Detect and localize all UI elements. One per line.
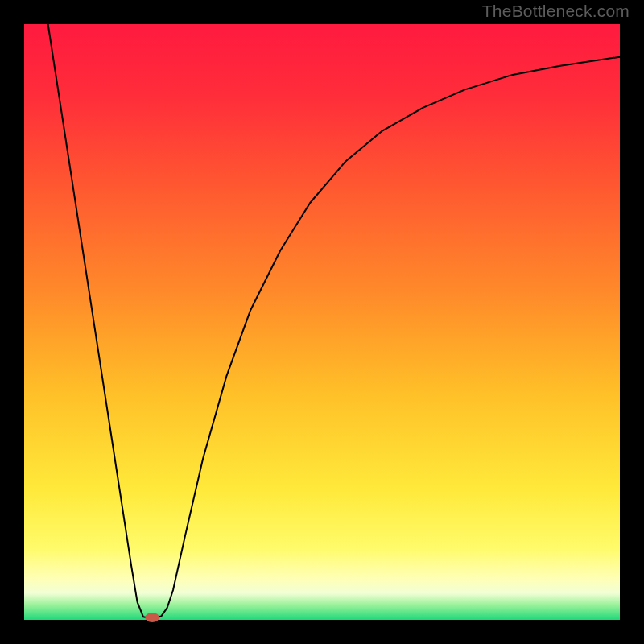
chart-border [0, 0, 24, 644]
bottleneck-chart [0, 0, 644, 644]
watermark-text: TheBottleneck.com [482, 2, 630, 21]
chart-container: TheBottleneck.com [0, 0, 644, 644]
chart-border [0, 620, 644, 644]
chart-border [620, 0, 644, 644]
plot-background [24, 24, 620, 620]
optimum-marker [145, 613, 159, 622]
